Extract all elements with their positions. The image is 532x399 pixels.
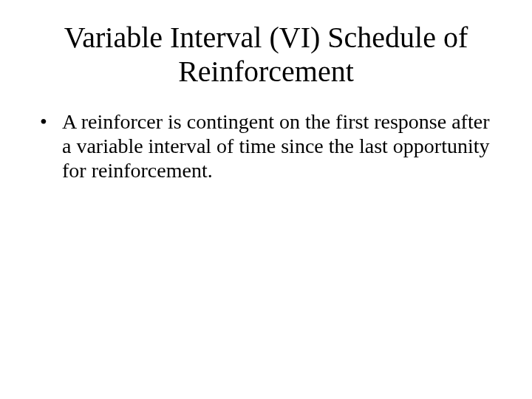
slide-body: A reinforcer is contingent on the first … xyxy=(30,109,502,183)
slide-title: Variable Interval (VI) Schedule of Reinf… xyxy=(59,21,473,89)
slide: Variable Interval (VI) Schedule of Reinf… xyxy=(0,0,532,399)
bullet-list: A reinforcer is contingent on the first … xyxy=(37,109,495,183)
list-item: A reinforcer is contingent on the first … xyxy=(37,109,495,183)
